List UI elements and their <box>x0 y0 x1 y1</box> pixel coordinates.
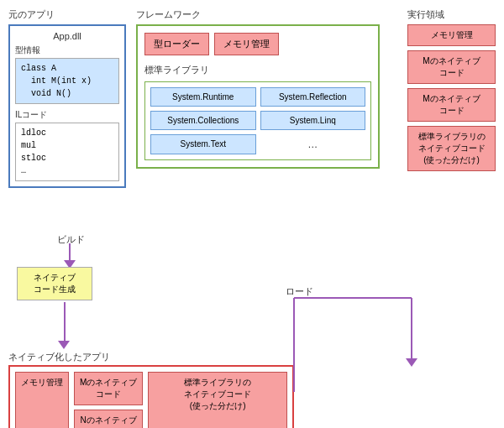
exec-memory: メモリ管理 <box>407 24 496 46</box>
type-loader-btn: 型ローダー <box>144 33 209 55</box>
il-block: ldloc mul stloc … <box>15 123 119 181</box>
svg-marker-2 <box>406 358 417 367</box>
native-gen-box: ネイティブコード生成 <box>17 267 92 300</box>
stdlib-grid: System.Runtime System.Reflection System.… <box>144 81 371 160</box>
code-line-1: class A <box>21 64 56 73</box>
na-col: Mのネイティブコード Nのネイティブコード <box>74 372 143 428</box>
na-memory: メモリ管理 <box>15 372 69 428</box>
right-column: 実行領域 メモリ管理 Mのネイティブコード Mのネイティブコード 標準ライブラリ… <box>407 8 496 171</box>
left-title: 元のアプリ <box>8 8 126 21</box>
right-title: 実行領域 <box>407 8 496 21</box>
app-box: App.dll 型情報 class A int M(int x) void N(… <box>8 24 126 188</box>
exec-m-native: Mのネイティブコード <box>407 50 496 84</box>
stdlib-label: 標準ライブラリ <box>144 64 371 76</box>
stdlib-dots: … <box>260 134 366 154</box>
down-arrow-v <box>64 302 66 344</box>
load-label: ロード <box>286 285 313 298</box>
il-label: ILコード <box>15 109 119 121</box>
na-n-native: Nのネイティブコード <box>74 410 143 428</box>
build-arrow <box>64 243 76 269</box>
type-info-label: 型情報 <box>15 44 119 56</box>
il-line-3: stloc <box>21 154 46 163</box>
exec-m-native2: Mのネイティブコード <box>407 88 496 122</box>
stdlib-linq: System.Linq <box>260 111 366 130</box>
native-app-box: メモリ管理 Mのネイティブコード Nのネイティブコード 標準ライブラリのネイティ… <box>8 365 294 428</box>
code-line-3: void N() <box>21 89 71 98</box>
il-line-4: … <box>21 166 26 175</box>
left-column: 元のアプリ App.dll 型情報 class A int M(int x) v… <box>8 8 126 188</box>
stdlib-collections: System.Collections <box>150 111 256 130</box>
down-arrow-head <box>58 341 70 349</box>
code-block: class A int M(int x) void N() <box>15 58 119 104</box>
na-m-native: Mのネイティブコード <box>74 372 143 405</box>
stdlib-text: System.Text <box>150 134 256 154</box>
app-dll-label: App.dll <box>15 31 119 41</box>
build-arrow-line <box>69 243 71 260</box>
il-line-1: ldloc <box>21 128 46 138</box>
fw-top-row: 型ローダー メモリ管理 <box>144 33 371 55</box>
framework-box: 型ローダー メモリ管理 標準ライブラリ System.Runtime Syste… <box>136 24 380 169</box>
na-stdlib-native: 標準ライブラリのネイティブコード(使った分だけ) <box>148 372 287 428</box>
native-app-title: ネイティブ化したアプリ <box>8 351 110 363</box>
exec-stdlib-native: 標準ライブラリのネイティブコード(使った分だけ) <box>407 126 496 171</box>
memory-mgmt-btn: メモリ管理 <box>214 33 279 55</box>
stdlib-runtime: System.Runtime <box>150 87 256 107</box>
stdlib-reflection: System.Reflection <box>260 87 366 107</box>
middle-title: フレームワーク <box>136 8 380 21</box>
middle-column: フレームワーク 型ローダー メモリ管理 標準ライブラリ System.Runti… <box>136 8 380 169</box>
code-line-2: int M(int x) <box>21 76 92 86</box>
il-line-2: mul <box>21 141 36 150</box>
